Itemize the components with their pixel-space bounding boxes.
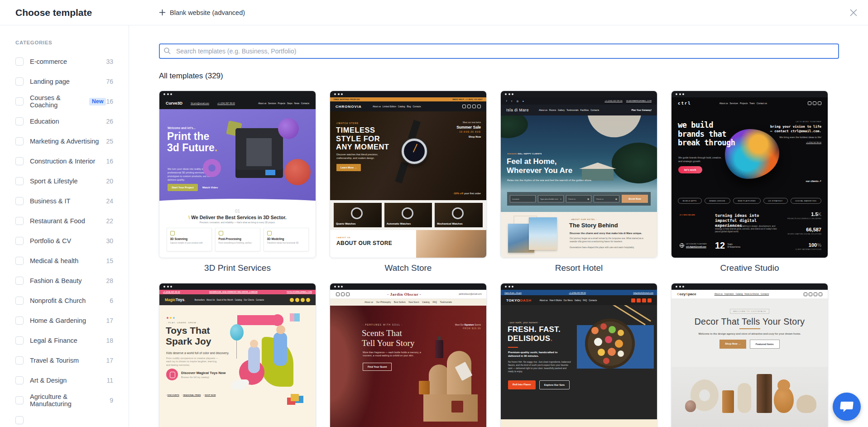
template-card[interactable]: ctrl About us Services Projects Team Con… bbox=[671, 91, 828, 273]
category-item[interactable]: Construction & Interior16 bbox=[15, 151, 113, 171]
calendar-icon: ▦ bbox=[615, 198, 617, 200]
instagram-icon bbox=[295, 298, 299, 302]
mini-heading: FRESH. FAST.DELISIOUS. bbox=[508, 325, 561, 343]
mini-logo: TOKYODASH bbox=[506, 298, 531, 302]
mini-heading: Feel at Home,Wherever You Are bbox=[507, 157, 572, 175]
mini-heading: Toys ThatSpark Joy bbox=[166, 325, 211, 347]
templates-panel: All templates (329) Curve3D 3d.print@ema… bbox=[129, 25, 868, 427]
category-item[interactable]: Home & Gardening17 bbox=[15, 311, 113, 331]
category-item[interactable]: Portfolio & CV30 bbox=[15, 231, 113, 251]
new-badge: New bbox=[89, 98, 106, 106]
category-item[interactable]: Landing page76 bbox=[15, 72, 113, 91]
facebook-icon bbox=[631, 298, 635, 302]
checkbox[interactable] bbox=[15, 336, 24, 345]
youtube-icon bbox=[813, 101, 816, 105]
checkbox[interactable] bbox=[15, 77, 24, 86]
mini-stat: 1.5KPROJECTS SUCCESSFULLY DELIVERED bbox=[787, 211, 821, 220]
mini-tag: DIGITAL MARKETING bbox=[791, 198, 821, 204]
mini-graphic bbox=[273, 332, 287, 366]
mini-graphic bbox=[402, 139, 427, 164]
checkbox[interactable] bbox=[15, 416, 24, 424]
mini-section-sub: Precision, innovation, and reliability —… bbox=[159, 221, 316, 224]
category-item[interactable]: Courses & CoachingNew16 bbox=[15, 91, 113, 111]
category-item[interactable]: Business & IT24 bbox=[15, 191, 113, 211]
template-card[interactable]: Curve3D 3d.print@email.com +1 (234) 567 … bbox=[159, 91, 316, 273]
category-item[interactable]: Travel & Tourism17 bbox=[15, 350, 113, 370]
category-item[interactable]: Medical & health15 bbox=[15, 251, 113, 271]
checkbox[interactable] bbox=[15, 197, 24, 205]
category-item[interactable]: E-commerce33 bbox=[15, 52, 113, 72]
feature-icon bbox=[170, 231, 175, 235]
category-item[interactable]: Education26 bbox=[15, 111, 113, 131]
template-card[interactable]: +1 (234) 567 89 00 SHOWROOM: 5254 KENMON… bbox=[159, 283, 316, 427]
template-card[interactable]: - Jardin Obscur - jardinobscur@email.com… bbox=[330, 283, 487, 427]
twitter-icon bbox=[477, 105, 481, 108]
category-item[interactable]: Restaurant & Food22 bbox=[15, 211, 113, 231]
checkbox[interactable] bbox=[15, 97, 24, 106]
mini-graphic bbox=[585, 319, 635, 369]
category-item[interactable]: Fashion & Beauty28 bbox=[15, 271, 113, 291]
categories-label: CATEGORIES bbox=[15, 40, 113, 45]
mini-hours: Open 8 am - 10 pm bbox=[504, 292, 522, 294]
category-item[interactable]: Art & Design11 bbox=[15, 370, 113, 390]
checkbox[interactable] bbox=[15, 157, 24, 165]
mini-lead: Premium-quality sushi, handcrafted to de… bbox=[508, 350, 567, 358]
mini-email: tokyodash@email.com bbox=[633, 292, 653, 294]
checkbox[interactable] bbox=[15, 297, 24, 305]
template-card[interactable]: CozySpace About us Inspiration Catalog N… bbox=[671, 283, 828, 427]
social-icons bbox=[802, 293, 822, 296]
checkbox[interactable] bbox=[15, 58, 24, 66]
mini-graphic bbox=[230, 324, 244, 341]
templates-grid: Curve3D 3d.print@email.com +1 (234) 567 … bbox=[159, 91, 839, 427]
category-item[interactable] bbox=[15, 410, 113, 427]
category-item[interactable]: Legal & Finance18 bbox=[15, 331, 113, 350]
checkbox[interactable] bbox=[15, 356, 24, 365]
checkbox[interactable] bbox=[15, 376, 24, 384]
category-item[interactable]: Agriculture & Manufacturing9 bbox=[15, 390, 113, 410]
mini-graphic bbox=[419, 381, 430, 394]
mini-divider bbox=[508, 347, 518, 348]
checkbox[interactable] bbox=[15, 396, 24, 404]
mini-promo: Meet our new items Summer Sale 10 AUG-20… bbox=[456, 121, 481, 138]
youtube-icon bbox=[346, 293, 350, 296]
template-card[interactable]: f ʏ ◎ ▸ +1 (234) 567 89 00 ISLADIMARE@EM… bbox=[500, 91, 657, 273]
category-item[interactable]: Nonprofit & Church6 bbox=[15, 291, 113, 311]
checkbox[interactable] bbox=[15, 317, 24, 325]
mini-field: Location bbox=[510, 195, 536, 202]
mini-logo: CozySpace bbox=[677, 292, 696, 296]
chat-widget-button[interactable] bbox=[833, 393, 861, 421]
checkbox[interactable] bbox=[15, 257, 24, 265]
search-input[interactable] bbox=[159, 43, 839, 59]
twitter-icon bbox=[301, 298, 305, 302]
template-card[interactable]: FREE SHIPPING FROM $20NEED HELP: +1 (800… bbox=[330, 91, 487, 273]
social-icons: f ʏ ◎ ▸ bbox=[506, 100, 526, 102]
instagram-icon bbox=[809, 293, 812, 296]
globe-icon bbox=[680, 243, 684, 248]
close-icon[interactable] bbox=[849, 8, 858, 17]
mini-description: No frozen fish. No soggy rice. Just clea… bbox=[508, 360, 571, 373]
mini-about-eyebrow: · ABOUT OUR HOTEL · bbox=[570, 218, 597, 221]
social-icons bbox=[335, 293, 350, 296]
mini-eyebrow: ★★★★★ 900+ HAPPY CLIENTS bbox=[507, 153, 542, 155]
mini-stat: 100%CLIENT SATISFACTION FOCUS bbox=[796, 242, 822, 250]
category-item[interactable]: Marketing & Advertising25 bbox=[15, 131, 113, 151]
browser-chrome bbox=[671, 91, 828, 97]
checkbox[interactable] bbox=[15, 177, 24, 185]
checkbox[interactable] bbox=[15, 237, 24, 245]
mini-heading: we buildbrands thatbreak through bbox=[678, 121, 735, 148]
blank-website-button[interactable]: Blank website (advanced) bbox=[159, 9, 245, 16]
mini-tag: UX STRATEGY bbox=[763, 198, 788, 204]
template-thumbnail: Curve3D 3d.print@email.com +1 (234) 567 … bbox=[159, 91, 316, 258]
mini-contact-email: LET'S WORK TOGETHER!ctrl-digital@email.c… bbox=[680, 243, 707, 248]
template-card[interactable]: Open 8 am - 10 pm +1 (234) 567 89 00 tok… bbox=[500, 283, 657, 427]
checkbox[interactable] bbox=[15, 137, 24, 145]
category-item[interactable]: Sport & Lifestyle20 bbox=[15, 171, 113, 191]
checkbox[interactable] bbox=[15, 217, 24, 225]
youtube-icon bbox=[814, 293, 817, 296]
twitter-icon bbox=[819, 293, 822, 296]
mini-paragraph: Generations have shaped this place with … bbox=[570, 246, 647, 249]
template-thumbnail: ctrl About us Services Projects Team Con… bbox=[671, 91, 828, 258]
checkbox[interactable] bbox=[15, 117, 24, 125]
mini-graphic bbox=[291, 394, 299, 401]
checkbox[interactable] bbox=[15, 277, 24, 285]
